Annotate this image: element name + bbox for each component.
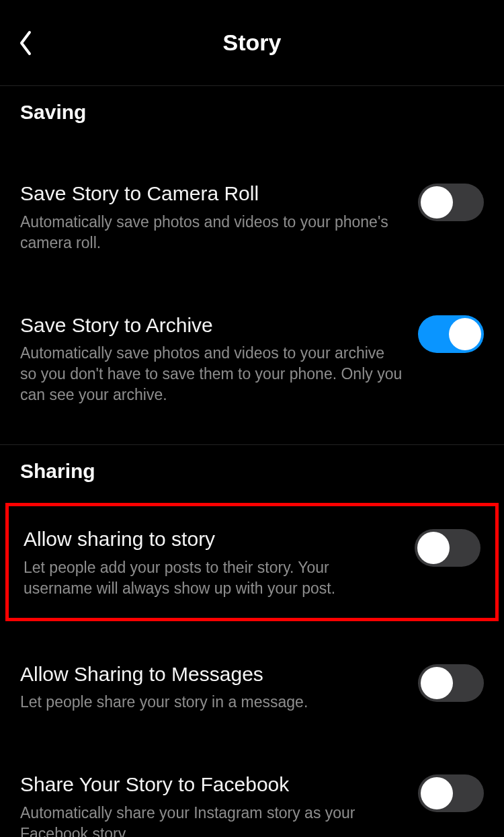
setting-text: Save Story to Camera Roll Automatically …: [20, 181, 418, 253]
setting-allow-sharing-story: Allow sharing to story Let people add yo…: [5, 503, 499, 621]
setting-desc: Automatically save photos and videos to …: [20, 343, 405, 405]
chevron-left-icon: [17, 30, 34, 56]
toggle-allow-sharing-messages[interactable]: [418, 664, 484, 702]
section-header-saving: Saving: [0, 86, 504, 124]
setting-title: Allow sharing to story: [24, 526, 401, 552]
toggle-allow-sharing-story[interactable]: [415, 529, 480, 567]
setting-text: Save Story to Archive Automatically save…: [20, 313, 418, 406]
setting-desc: Let people add your posts to their story…: [24, 557, 401, 599]
toggle-share-facebook[interactable]: [418, 774, 484, 812]
toggle-save-camera-roll[interactable]: [418, 184, 484, 221]
setting-text: Allow sharing to story Let people add yo…: [24, 526, 415, 599]
toggle-knob: [421, 186, 453, 218]
toggle-knob: [421, 777, 453, 809]
toggle-knob: [421, 667, 453, 699]
back-button[interactable]: [12, 30, 39, 56]
setting-desc: Automatically share your Instagram story…: [20, 803, 405, 837]
setting-save-camera-roll: Save Story to Camera Roll Automatically …: [0, 161, 504, 272]
setting-title: Allow Sharing to Messages: [20, 662, 405, 687]
setting-text: Allow Sharing to Messages Let people sha…: [20, 662, 418, 713]
setting-text: Share Your Story to Facebook Automatical…: [20, 772, 418, 837]
setting-desc: Automatically save photos and videos to …: [20, 212, 405, 253]
setting-title: Save Story to Archive: [20, 313, 405, 338]
setting-allow-sharing-messages: Allow Sharing to Messages Let people sha…: [0, 641, 504, 732]
setting-share-facebook: Share Your Story to Facebook Automatical…: [0, 752, 504, 837]
toggle-knob: [417, 532, 450, 564]
section-header-sharing: Sharing: [0, 445, 504, 483]
toggle-knob: [449, 318, 481, 350]
page-title: Story: [223, 30, 282, 56]
setting-title: Share Your Story to Facebook: [20, 772, 405, 797]
setting-title: Save Story to Camera Roll: [20, 181, 405, 206]
setting-desc: Let people share your story in a message…: [20, 692, 405, 713]
toggle-save-archive[interactable]: [418, 315, 484, 353]
setting-save-archive: Save Story to Archive Automatically save…: [0, 292, 504, 425]
header: Story: [0, 0, 504, 86]
